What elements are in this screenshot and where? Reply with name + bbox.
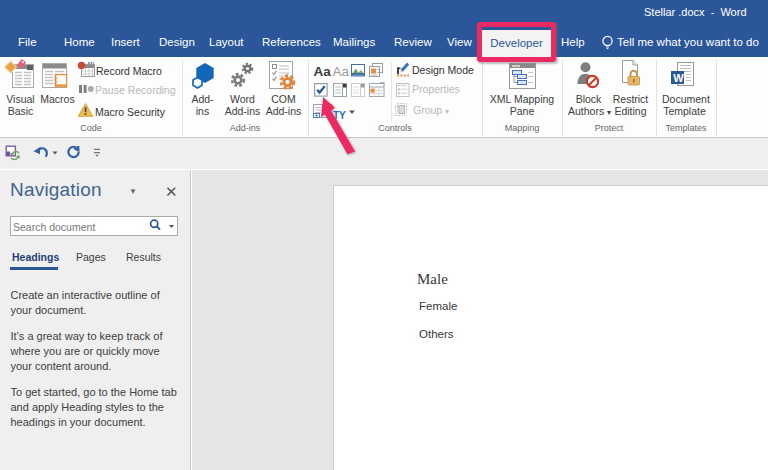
svg-text:W: W [673, 72, 684, 84]
svg-text:Aa: Aa [333, 64, 350, 79]
svg-text:Aa: Aa [314, 64, 332, 79]
